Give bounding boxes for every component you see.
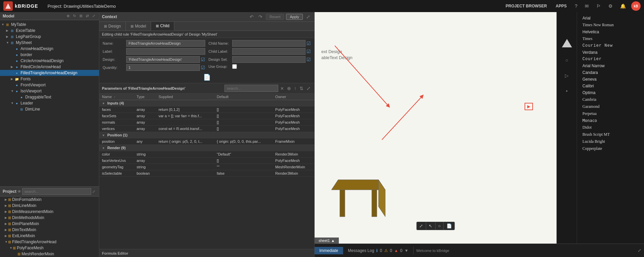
tab-model[interactable]: ⊞ Model bbox=[126, 22, 151, 31]
table-row[interactable]: isSelectable boolean false Render3Mixin bbox=[99, 170, 314, 177]
font-item-perpetua[interactable]: Perpetua bbox=[577, 110, 644, 117]
vp-doc-icon[interactable]: 📄 bbox=[444, 222, 455, 230]
design-check-icon[interactable]: ☑ bbox=[201, 57, 205, 62]
project-item-dimmethodsmixin[interactable]: ▶ ⊞ DimMethodsMixin bbox=[0, 215, 99, 221]
sheet-tab[interactable]: sheet1 ▲ bbox=[315, 238, 339, 244]
font-item-brushscriptmt[interactable]: Brush Script MT bbox=[577, 131, 644, 138]
table-row[interactable]: position any return { origin: p(5, 2, 0,… bbox=[99, 138, 314, 145]
project-eye-icon[interactable]: 👁 bbox=[16, 189, 22, 194]
font-item-verdana[interactable]: Verdana bbox=[577, 49, 644, 56]
font-item-couriernew[interactable]: Courier New bbox=[577, 42, 644, 49]
tree-item-fonts[interactable]: ▶ 📁 Fonts bbox=[0, 76, 99, 82]
font-item-garamond[interactable]: Garamond bbox=[577, 103, 644, 110]
immediate-tab[interactable]: Immediate bbox=[315, 247, 343, 254]
tree-item-exceltable[interactable]: ▶ ⊞ ExcelTable bbox=[0, 28, 99, 34]
model-refresh-icon[interactable]: ↻ bbox=[72, 13, 77, 18]
designset-input[interactable] bbox=[232, 56, 306, 63]
col-name[interactable]: Name ↑ bbox=[99, 94, 134, 100]
project-item-extlinemixin[interactable]: ▶ ⊞ ExtLineMixin bbox=[0, 233, 99, 239]
tab-design[interactable]: ⊞ Design bbox=[99, 22, 126, 31]
apply-button[interactable]: Apply bbox=[286, 14, 303, 20]
tree-item-mytable[interactable]: ▼ ⊞ MyTable bbox=[0, 22, 99, 28]
project-item-dimlinemixin[interactable]: ▶ ⊞ DimLineMixin bbox=[0, 203, 99, 209]
designset-check-icon[interactable]: ☑ bbox=[307, 57, 311, 62]
params-expand-icon[interactable]: ⤢ bbox=[306, 85, 312, 91]
font-item-monaco[interactable]: Monaco bbox=[577, 117, 644, 124]
project-item-filledtrianglearrowhead[interactable]: ▼ ⊞ FilledTriangleArrowHead bbox=[0, 239, 99, 245]
childname-input[interactable] bbox=[232, 40, 306, 47]
tree-item-leader[interactable]: ▼ ● Leader bbox=[0, 100, 99, 106]
user-avatar[interactable]: kB bbox=[631, 1, 641, 11]
redo-icon[interactable]: ↷ bbox=[257, 13, 264, 20]
params-up-icon[interactable]: ↑ bbox=[293, 85, 297, 91]
vp-cursor-icon[interactable]: ↖ bbox=[426, 222, 435, 230]
table-row[interactable]: faceSets array var a = []; var farr = th… bbox=[99, 113, 314, 119]
section-position[interactable]: ▼ Position (1) bbox=[99, 132, 314, 138]
tree-item-dimline[interactable]: ⊞ DimLine bbox=[0, 106, 99, 112]
apps-btn[interactable]: APPS bbox=[553, 2, 570, 10]
tree-item-arrowheaddesign[interactable]: ● ArrowHeadDesign bbox=[0, 46, 99, 52]
childlabel-check-icon[interactable]: ☑ bbox=[307, 49, 311, 54]
project-item-dimtextmixin[interactable]: ▶ ⊞ DimTextMixin bbox=[0, 227, 99, 233]
table-row[interactable]: faceVertexUvs array [] PolyFaceMesh bbox=[99, 158, 314, 164]
table-row[interactable]: color string "Default" Render3Mixin bbox=[99, 151, 314, 158]
project-expand-icon[interactable]: ⤢ bbox=[91, 189, 96, 194]
usegroup-checkbox[interactable] bbox=[232, 64, 237, 69]
font-item-optima[interactable]: Optima bbox=[577, 89, 644, 96]
font-item-calibri[interactable]: Calibri bbox=[577, 83, 644, 89]
tree-item-circlearrowheaddesign[interactable]: ● CircleArrowHeadDesign bbox=[0, 58, 99, 64]
tree-item-mysheet[interactable]: ▼ ⊞ MySheet bbox=[0, 40, 99, 46]
font-item-cambria[interactable]: Cambria bbox=[577, 96, 644, 103]
model-sync-icon[interactable]: ⇄ bbox=[85, 13, 90, 18]
font-item-times[interactable]: Times bbox=[577, 35, 644, 42]
undo-icon[interactable]: ↶ bbox=[248, 13, 255, 20]
tree-item-frontviewport[interactable]: ● FrontViewport bbox=[0, 82, 99, 88]
tab-child[interactable]: ⊞ Child bbox=[151, 22, 174, 31]
tree-item-draggabletext[interactable]: ● DraggableText bbox=[0, 94, 99, 100]
quantity-check-icon[interactable]: ☑ bbox=[201, 65, 205, 70]
params-search-input[interactable] bbox=[224, 85, 278, 92]
section-render[interactable]: ▼ Render (9) bbox=[99, 145, 314, 151]
messages-tab[interactable]: Messages Log ℹ 0 ⚠ 0 ▲ 0 ▼ bbox=[343, 247, 414, 254]
tree-item-border[interactable]: ● border bbox=[0, 52, 99, 58]
font-item-arial[interactable]: Arial bbox=[577, 15, 644, 22]
vp-expand-icon[interactable]: ⤢ bbox=[417, 222, 426, 230]
revert-button[interactable]: Revert bbox=[266, 14, 284, 20]
project-item-dimformatmixin[interactable]: ▶ ⊞ DimFormatMixin bbox=[0, 197, 99, 203]
model-add-icon[interactable]: ⊕ bbox=[66, 13, 71, 18]
col-owner[interactable]: Owner bbox=[273, 94, 314, 100]
font-item-didot[interactable]: Didot bbox=[577, 124, 644, 131]
expand-context-icon[interactable]: ⤢ bbox=[305, 13, 312, 20]
project-browser-btn[interactable]: PROJECT BROWSER bbox=[503, 2, 550, 10]
font-item-timesnewroman[interactable]: Times New Roman bbox=[577, 22, 644, 29]
red-arrow-box[interactable]: ▶ bbox=[525, 103, 533, 110]
alert-icon[interactable]: 🔔 bbox=[618, 2, 628, 10]
childlabel-input[interactable] bbox=[232, 48, 306, 55]
col-default[interactable]: Default bbox=[214, 94, 273, 100]
col-supplied[interactable]: Supplied bbox=[156, 94, 214, 100]
table-row[interactable]: faces array return [0,1,2] [] PolyFaceMe… bbox=[99, 106, 314, 113]
tree-item-legpairgroup[interactable]: ▶ ⊞ LegPairGroup bbox=[0, 34, 99, 40]
log-dropdown-icon[interactable]: ▼ bbox=[404, 248, 408, 253]
tree-item-filledcirclearrowhead[interactable]: ▶ ● FilledCircleArrowHead bbox=[0, 64, 99, 70]
section-inputs[interactable]: ▼ Inputs (4) bbox=[99, 100, 314, 106]
help-btn[interactable]: ? bbox=[573, 2, 579, 10]
table-row[interactable]: normals array [] PolyFaceMesh bbox=[99, 119, 314, 126]
params-sort-icon[interactable]: ⇅ bbox=[298, 85, 305, 91]
font-item-courier[interactable]: Courier bbox=[577, 56, 644, 62]
font-item-helvetica[interactable]: Helvetica bbox=[577, 29, 644, 35]
vp-circle-icon[interactable]: ○ bbox=[435, 222, 444, 230]
model-expand-icon[interactable]: ⤢ bbox=[91, 13, 96, 18]
design-input[interactable] bbox=[126, 56, 200, 63]
project-item-polyfacemesh[interactable]: ▼ ⊞ PolyFaceMesh bbox=[0, 245, 99, 251]
font-item-candara[interactable]: Candara bbox=[577, 69, 644, 76]
childname-check-icon[interactable]: ☑ bbox=[307, 41, 311, 46]
font-item-geneva[interactable]: Geneva bbox=[577, 76, 644, 83]
quantity-input[interactable] bbox=[126, 64, 200, 71]
tree-item-filledtrianglearrowheaddesign[interactable]: ● FilledTriangleArrowHeadDesign bbox=[0, 70, 99, 76]
project-item-dimmeasurementmixin[interactable]: ▶ ⊞ DimMeasurementMixin bbox=[0, 209, 99, 215]
table-row[interactable]: vertices array const wt = R.world.transf… bbox=[99, 126, 314, 132]
params-add-icon[interactable]: ⊕ bbox=[286, 85, 292, 91]
params-clear-search-icon[interactable]: ✕ bbox=[280, 86, 284, 91]
doc-icon[interactable]: 📄 bbox=[103, 74, 311, 81]
